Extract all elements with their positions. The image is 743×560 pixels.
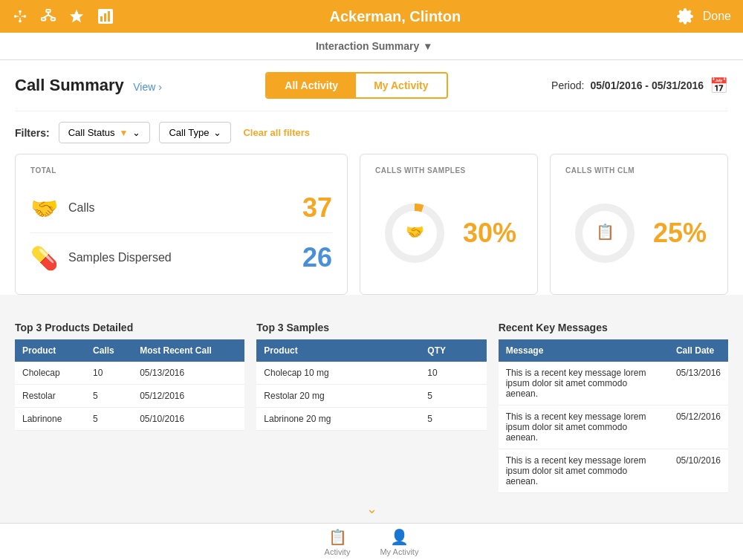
calls-label: Calls <box>68 201 95 215</box>
calls-with-samples-label: CALLS WITH SAMPLES <box>375 166 522 175</box>
done-button[interactable]: Done <box>703 10 731 23</box>
table-row: This is a recent key message lorem ipsum… <box>499 406 728 449</box>
table-cell: 05/13/2016 <box>669 362 728 406</box>
call-status-filter[interactable]: Call Status ▼ ⌄ <box>59 122 151 143</box>
table-row: This is a recent key message lorem ipsum… <box>499 449 728 493</box>
table-row: Labrinone 20 mg5 <box>256 408 486 431</box>
filters-label: Filters: <box>15 127 50 139</box>
clear-filters-link[interactable]: Clear all filters <box>243 127 310 138</box>
samples-count: 26 <box>302 242 332 273</box>
svg-rect-18 <box>108 11 110 22</box>
period-dates: 05/01/2016 - 05/31/2016 <box>590 79 704 91</box>
svg-rect-10 <box>51 18 56 21</box>
call-summary-title: Call Summary <box>15 76 124 94</box>
svg-marker-14 <box>70 10 83 22</box>
calls-with-samples-donut: 🤝 <box>381 200 448 267</box>
table-cell: Cholecap 10 mg <box>256 362 420 385</box>
activity-nav-label: Activity <box>325 547 351 556</box>
top3-products-table: Product Calls Most Recent Call Cholecap1… <box>15 339 244 431</box>
table-cell: Cholecap <box>15 362 85 385</box>
total-card: TOTAL 🤝 Calls 37 💊 Samples Dispersed 26 <box>15 154 348 295</box>
star-icon[interactable] <box>68 8 85 25</box>
svg-rect-9 <box>42 18 46 21</box>
nav-icons <box>12 7 114 25</box>
call-status-chevron: ⌄ <box>132 127 140 138</box>
svg-rect-17 <box>104 13 106 22</box>
recent-messages-table: Message Call Date This is a recent key m… <box>499 339 728 493</box>
table-row: Labrinone505/10/2016 <box>15 408 244 431</box>
svg-point-3 <box>19 20 22 23</box>
table-cell: 5 <box>85 385 132 408</box>
msg-col-message: Message <box>499 339 669 362</box>
table-cell: 5 <box>85 408 132 431</box>
svg-text:📋: 📋 <box>595 223 614 241</box>
svg-rect-8 <box>46 10 51 13</box>
calls-with-clm-donut: 📋 <box>571 200 638 267</box>
table-cell: Labrinone <box>15 408 85 431</box>
calls-with-samples-body: 🤝 30% <box>375 183 522 282</box>
table-cell: 05/10/2016 <box>132 408 244 431</box>
stats-row: TOTAL 🤝 Calls 37 💊 Samples Dispersed 26 <box>15 154 728 295</box>
table-cell: This is a recent key message lorem ipsum… <box>499 362 669 406</box>
products-col-recent: Most Recent Call <box>132 339 244 362</box>
products-col-product: Product <box>15 339 85 362</box>
top3-products-title: Top 3 Products Detailed <box>15 322 244 333</box>
table-row: Cholecap1005/13/2016 <box>15 362 244 385</box>
my-activity-nav-icon: 👤 <box>390 528 409 546</box>
table-cell: This is a recent key message lorem ipsum… <box>499 406 669 449</box>
table-cell: 05/10/2016 <box>669 449 728 493</box>
gear-icon[interactable] <box>676 7 694 25</box>
top3-products-block: Top 3 Products Detailed Product Calls Mo… <box>15 322 244 493</box>
top-navigation: Ackerman, Clinton Done <box>0 0 743 33</box>
my-activity-button[interactable]: My Activity <box>356 74 446 97</box>
call-type-filter[interactable]: Call Type ⌄ <box>159 122 231 143</box>
calls-with-clm-card: CALLS WITH CLM 📋 25% <box>550 154 728 295</box>
table-row: Cholecap 10 mg10 <box>256 362 486 385</box>
all-activity-button[interactable]: All Activity <box>267 74 356 97</box>
bottom-navigation: 📋 Activity 👤 My Activity <box>0 523 743 560</box>
chart-icon[interactable] <box>97 7 114 25</box>
bottom-nav-activity[interactable]: 📋 Activity <box>325 528 351 556</box>
interaction-summary-label: Interaction Summary <box>316 40 419 52</box>
table-cell: Restolar 20 mg <box>256 385 420 408</box>
products-col-calls: Calls <box>85 339 132 362</box>
samples-label: Samples Dispersed <box>68 251 172 264</box>
calendar-icon[interactable]: 📅 <box>710 76 728 94</box>
period-area: Period: 05/01/2016 - 05/31/2016 📅 <box>551 76 728 94</box>
table-cell: 05/12/2016 <box>669 406 728 449</box>
samples-stat-row: 💊 Samples Dispersed 26 <box>30 232 332 282</box>
table-cell: 5 <box>420 385 486 408</box>
call-summary-view-link[interactable]: View › <box>133 81 162 93</box>
svg-text:🤝: 🤝 <box>405 223 424 241</box>
calls-with-clm-label: CALLS WITH CLM <box>565 166 713 175</box>
call-summary-header: Call Summary View › All Activity My Acti… <box>15 72 728 99</box>
main-section: Call Summary View › All Activity My Acti… <box>0 60 743 295</box>
period-label: Period: <box>551 79 584 91</box>
table-cell: 10 <box>85 362 132 385</box>
table-cell: 10 <box>420 362 486 385</box>
calls-icon: 🤝 <box>30 195 58 221</box>
table-cell: 05/13/2016 <box>132 362 244 385</box>
samples-col-qty: QTY <box>420 339 486 362</box>
recent-messages-block: Recent Key Messages Message Call Date Th… <box>499 322 728 493</box>
bottom-nav-my-activity[interactable]: 👤 My Activity <box>380 528 418 556</box>
my-activity-nav-label: My Activity <box>380 547 418 556</box>
calls-with-clm-body: 📋 25% <box>565 183 713 282</box>
top3-samples-title: Top 3 Samples <box>256 322 486 333</box>
expand-arrow-icon[interactable]: ⌄ <box>366 501 377 516</box>
hierarchy-icon[interactable] <box>40 8 56 25</box>
tables-section: Top 3 Products Detailed Product Calls Mo… <box>0 310 743 536</box>
interaction-summary-bar[interactable]: Interaction Summary ▾ <box>0 33 743 60</box>
call-summary-title-area: Call Summary View › <box>15 76 162 95</box>
expand-row[interactable]: ⌄ <box>15 493 728 524</box>
svg-point-0 <box>14 15 17 18</box>
interaction-summary-chevron: ▾ <box>425 40 430 52</box>
calls-with-clm-pct: 25% <box>653 218 707 249</box>
table-cell: 5 <box>420 408 486 431</box>
calls-info: 🤝 Calls <box>30 195 95 221</box>
top3-samples-table: Product QTY Cholecap 10 mg10Restolar 20 … <box>256 339 486 431</box>
network-icon[interactable] <box>12 8 28 25</box>
filters-bar: Filters: Call Status ▼ ⌄ Call Type ⌄ Cle… <box>15 111 728 154</box>
msg-col-date: Call Date <box>669 339 728 362</box>
svg-line-13 <box>48 15 53 18</box>
